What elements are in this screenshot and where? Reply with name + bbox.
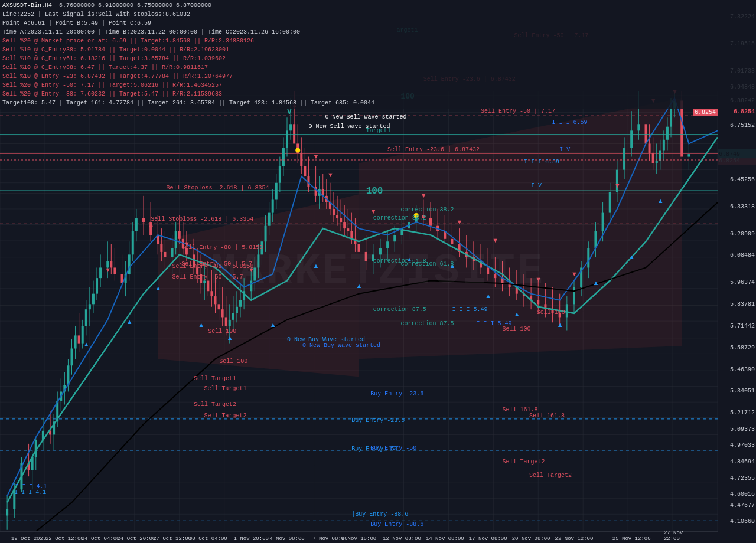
time-axis: 19 Oct 2023 22 Oct 12:00 24 Oct 04:00 24… xyxy=(0,531,718,543)
price-4106: 4.10660 xyxy=(730,518,755,525)
price-5588: 5.58729 xyxy=(730,344,755,351)
current-price-box: 6.8254 xyxy=(693,109,718,116)
time-nov17: 17 Nov 08:00 xyxy=(469,536,507,542)
time-nov27: 27 Nov 22:00 xyxy=(664,530,700,542)
buy-entry-23-label: Buy Entry -23.6 xyxy=(370,391,423,397)
price-5714: 5.71442 xyxy=(730,323,755,329)
price-4973: 4.97033 xyxy=(730,442,755,449)
sell-e23-line: Sell %10 @ Entry -23: 6.87432 || Target:… xyxy=(2,72,754,81)
price-6825: 6.8254 xyxy=(734,108,755,115)
sell-100-right-label: Sell 100 xyxy=(537,309,565,316)
time-nov14: 14 Nov 08:00 xyxy=(426,536,464,542)
time-line: Time A:2023.11.11 20:00:00 | Time B:2023… xyxy=(2,28,754,37)
price-5090: 5.09373 xyxy=(730,426,755,432)
iii-549-label: I I I 5.49 xyxy=(476,320,511,327)
new-sell-wave-label: 0 New Sell wave started xyxy=(325,114,406,120)
price-5838: 5.83781 xyxy=(730,301,755,308)
sell-entry-88-label: Sell Entry -88 | 5.8158 xyxy=(181,244,263,251)
time-nov4: 4 Nov 08:00 xyxy=(269,536,304,542)
sell-c61-line: Sell %10 @ C_Entry61: 6.18216 || Target:… xyxy=(2,54,754,63)
time-nov12: 12 Nov 08:00 xyxy=(383,536,421,542)
time-oct30: 30 Oct 04:00 xyxy=(189,536,227,542)
price-4477: 4.47677 xyxy=(730,502,755,508)
ohlc: 6.76000000 6.91000000 6.75000000 6.87000… xyxy=(59,2,211,9)
buy-entry-88-label: Buy Entry -88.6 xyxy=(370,521,423,528)
correction382-label: correction 38.2 xyxy=(400,207,454,213)
symbol: AXSUSDT-Bin.H4 xyxy=(2,2,52,9)
time-oct27: 27 Oct 12:00 xyxy=(153,536,191,542)
time-nov9: 9 Nov 16:00 xyxy=(341,536,376,542)
iii-41-label: I I I 4.1 xyxy=(15,483,47,490)
info-bar: AXSUSDT-Bin.H4 6.76000000 6.91000000 6.7… xyxy=(0,0,756,109)
sell-e88-line: Sell %20 @ Entry -88: 7.60232 || Target:… xyxy=(2,90,754,99)
price-5212: 5.21712 xyxy=(730,410,755,416)
price-5463: 5.46390 xyxy=(730,366,755,372)
sell-c38-line: Sell %10 @ C_Entry38: 5.91784 || Target:… xyxy=(2,45,754,54)
price-6751: 6.75152 xyxy=(730,122,755,128)
price-4847: 4.84694 xyxy=(730,459,755,465)
price-6209: 6.20909 xyxy=(730,230,755,237)
price-6452: 6.45256 xyxy=(730,176,755,182)
targets-line: Target100: 5.47 | Target 161: 4.77784 ||… xyxy=(2,99,754,107)
price-6332: 6.33318 xyxy=(730,203,755,210)
price-5340: 5.34051 xyxy=(730,388,755,394)
sell-entry-50b-label: Sell Entry -50 | 5.7 xyxy=(181,261,252,267)
sell-161-label: Sell 161.8 xyxy=(529,413,565,419)
symbol-line: AXSUSDT-Bin.H4 6.76000000 6.91000000 6.7… xyxy=(2,1,754,10)
points-line: Point A:6.61 | Point B:5.49 | Point C:6.… xyxy=(2,19,754,28)
time-oct24b: 24 Oct 20:00 xyxy=(117,536,155,542)
watermark: MARKETZISITE xyxy=(211,247,545,296)
price-5964: 5.96374 xyxy=(730,279,755,286)
sell-target1-label: Sell Target1 xyxy=(204,385,247,392)
sell-e50-line: Sell %20 @ Entry -50: 7.17 || Target:5.0… xyxy=(2,81,754,90)
iii-659-label: I I I 6.59 xyxy=(552,119,587,126)
time-oct19: 19 Oct 2023 xyxy=(11,536,46,542)
signal-line: Line:2252 | Last Signal is:Sell with sto… xyxy=(2,10,754,19)
price-6084: 6.08484 xyxy=(730,252,755,259)
correction618-label: correction 61.8 xyxy=(400,261,454,267)
time-nov22: 22 Nov 12:00 xyxy=(555,536,594,542)
correction875-label: correction 87.5 xyxy=(400,320,454,327)
buy-entry-50-label: Buy Entry -50 xyxy=(370,445,416,452)
time-oct22: 22 Oct 12:00 xyxy=(45,536,84,542)
iv-label: I V xyxy=(559,146,570,153)
new-buy-wave-label: 0 New Buy Wave started xyxy=(302,342,380,349)
sell-100-left-label: Sell 100 xyxy=(219,358,247,365)
price-4600: 4.60016 xyxy=(730,491,755,498)
price-4727: 4.72355 xyxy=(730,475,755,481)
sell-target2-label: Sell Target2 xyxy=(204,413,247,419)
sell-at-line: Sell %20 @ Market price or at: 6.59 || T… xyxy=(2,37,754,45)
sell-target2-right-label: Sell Target2 xyxy=(529,472,572,479)
time-oct24a: 24 Oct 04:00 xyxy=(82,536,120,542)
time-nov20: 20 Nov 08:00 xyxy=(512,536,550,542)
sell-c88-line: Sell %10 @ C_Entry88: 6.47 || Target:4.3… xyxy=(2,63,754,72)
time-nov1: 1 Nov 20:00 xyxy=(234,536,269,542)
chart-container: MARKETZISITE AXSUSDT-Bin.H4 6.76000000 6… xyxy=(0,0,756,543)
time-nov25: 25 Nov 12:00 xyxy=(612,536,651,542)
sell-stoploss-label: Sell Stoploss -2.618 | 6.3354 xyxy=(167,185,269,191)
